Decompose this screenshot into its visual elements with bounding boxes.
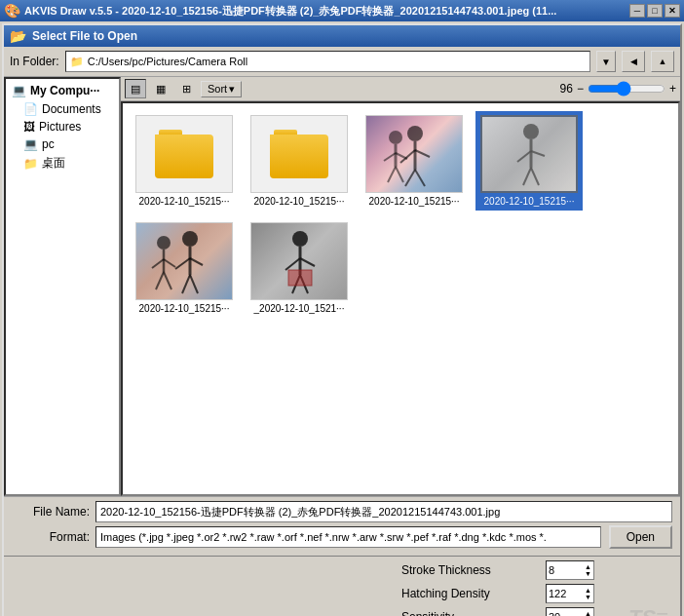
stroke-down-arrow[interactable]: ▼ — [585, 570, 591, 577]
content-right: ▤ ▦ ⊞ Sort ▾ 96 − + — [121, 77, 680, 496]
zoom-plus-icon[interactable]: + — [669, 82, 676, 96]
stroke-up-arrow[interactable]: ▲ — [585, 563, 591, 570]
file-name-label: File Name: — [12, 505, 90, 519]
view-detail-button[interactable]: ▦ — [150, 79, 171, 98]
file-item-photo4[interactable]: _2020-12-10_1521··· — [246, 218, 353, 318]
folder-icon: 📁 — [70, 56, 84, 68]
stroke-spinner[interactable]: 8 ▲ ▼ — [546, 560, 594, 580]
dialog-title-text: Select File to Open — [32, 29, 137, 43]
stroke-row: Stroke Thickness 8 ▲ ▼ — [12, 560, 672, 580]
sidebar-item-documents-label: Documents — [42, 102, 101, 116]
file-thumb-photo1 — [365, 115, 463, 193]
folder-thumb-2 — [270, 130, 328, 178]
svg-line-26 — [152, 259, 164, 268]
sidebar-item-pictures[interactable]: 🖼 Pictures — [8, 118, 117, 135]
sort-button[interactable]: Sort ▾ — [201, 81, 242, 97]
hatching-up-arrow[interactable]: ▲ — [585, 587, 591, 594]
svg-line-9 — [396, 153, 407, 159]
maximize-button[interactable]: □ — [647, 4, 663, 18]
file-name-photo2: 2020-12-10_15215··· — [479, 196, 579, 207]
format-input[interactable] — [95, 526, 601, 548]
sensitivity-up-arrow[interactable]: ▲ — [585, 610, 591, 616]
svg-point-24 — [157, 236, 171, 250]
sidebar-header[interactable]: 💻 My Compu··· — [8, 81, 117, 100]
nav-up-button[interactable]: ▲ — [651, 51, 674, 72]
sidebar: 💻 My Compu··· 📄 Documents 🖼 Pictures 💻 p… — [4, 77, 121, 496]
stroke-label: Stroke Thickness — [401, 563, 538, 577]
sidebar-item-pc[interactable]: 💻 pc — [8, 135, 117, 153]
sensitivity-label: Sensitivity — [401, 610, 538, 616]
zoom-value: 96 — [560, 82, 573, 96]
svg-line-32 — [285, 258, 300, 270]
file-name-photo4: _2020-12-10_1521··· — [249, 303, 349, 314]
view-list-button[interactable]: ▤ — [125, 79, 146, 98]
sidebar-item-desktop[interactable]: 📁 桌面 — [8, 153, 117, 173]
svg-line-29 — [164, 272, 171, 289]
hatching-spinner[interactable]: 122 ▲ ▼ — [546, 584, 594, 603]
hatching-label: Hatching Density — [401, 587, 538, 600]
nav-back-button[interactable]: ◀ — [622, 51, 645, 72]
sidebar-item-pictures-label: Pictures — [39, 120, 81, 134]
documents-icon: 📄 — [23, 102, 38, 116]
file-item-folder1[interactable]: 2020-12-10_15215··· — [131, 111, 238, 211]
file-thumb-folder1 — [135, 115, 233, 193]
svg-line-28 — [156, 272, 164, 289]
sidebar-item-desktop-label: 桌面 — [42, 155, 65, 172]
file-thumb-photo3 — [135, 222, 233, 300]
file-item-photo1[interactable]: 2020-12-10_15215··· — [361, 111, 468, 211]
folder-shape-1 — [155, 135, 213, 178]
svg-line-10 — [388, 167, 396, 182]
svg-line-5 — [415, 170, 425, 186]
svg-point-0 — [407, 126, 423, 141]
open-button[interactable]: Open — [609, 525, 672, 549]
file-grid-container[interactable]: 2020-12-10_15215··· 2020-12-10_15215··· — [121, 101, 680, 496]
zoom-minus-icon[interactable]: − — [577, 82, 584, 96]
folder-shape-2 — [270, 135, 328, 178]
zoom-slider[interactable] — [588, 81, 665, 96]
sort-label: Sort — [208, 83, 227, 95]
file-item-photo3[interactable]: 2020-12-10_15215··· — [131, 218, 238, 318]
svg-line-20 — [175, 258, 190, 269]
svg-line-17 — [531, 168, 539, 185]
close-button[interactable]: ✕ — [665, 4, 680, 18]
title-bar: 🎨 AKVIS Draw v.5.5 - 2020-12-10_152156-迅… — [0, 0, 684, 21]
svg-point-12 — [523, 124, 539, 139]
main-area: 💻 My Compu··· 📄 Documents 🖼 Pictures 💻 p… — [4, 77, 680, 496]
open-file-dialog: 📂 Select File to Open In Folder: 📁 C:/Us… — [2, 23, 682, 616]
svg-line-8 — [384, 153, 396, 161]
title-bar-title: AKVIS Draw v.5.5 - 2020-12-10_152156-迅捷P… — [24, 4, 629, 19]
view-toolbar: ▤ ▦ ⊞ Sort ▾ 96 − + — [121, 77, 680, 101]
dialog-title-bar: 📂 Select File to Open — [4, 25, 680, 47]
pc-icon: 💻 — [23, 137, 38, 151]
zoom-area: 96 − + — [560, 81, 676, 96]
sidebar-item-documents[interactable]: 📄 Documents — [8, 100, 117, 118]
dialog-icon: 📂 — [10, 28, 26, 44]
folder-thumb-1 — [155, 130, 213, 178]
sensitivity-spinner[interactable]: 30 ▲ ▼ — [546, 607, 594, 616]
file-name-folder2: 2020-12-10_15215··· — [249, 196, 349, 207]
hatching-arrows: ▲ ▼ — [585, 587, 591, 600]
folder-toolbar: In Folder: 📁 C:/Users/pc/Pictures/Camera… — [4, 47, 680, 77]
view-thumbnail-button[interactable]: ⊞ — [175, 79, 197, 98]
folder-path-text: C:/Users/pc/Pictures/Camera Roll — [88, 56, 247, 67]
minimize-button[interactable]: ─ — [629, 4, 645, 18]
hatching-value: 122 — [549, 588, 566, 599]
svg-line-33 — [300, 258, 315, 266]
file-thumb-photo2 — [480, 115, 578, 193]
hatching-down-arrow[interactable]: ▼ — [585, 594, 591, 600]
svg-line-16 — [523, 168, 531, 185]
folder-path-display: 📁 C:/Users/pc/Pictures/Camera Roll — [65, 51, 590, 72]
file-name-folder1: 2020-12-10_15215··· — [134, 196, 234, 207]
app-icon: 🎨 — [4, 3, 20, 19]
file-name-input[interactable] — [95, 501, 672, 522]
svg-line-15 — [531, 151, 545, 156]
file-item-folder2[interactable]: 2020-12-10_15215··· — [246, 111, 353, 211]
sidebar-item-pc-label: pc — [42, 137, 55, 151]
folder-dropdown-button[interactable]: ▼ — [596, 51, 616, 72]
svg-line-22 — [182, 275, 190, 293]
svg-line-14 — [517, 151, 531, 162]
svg-point-18 — [182, 231, 198, 247]
file-name-row: File Name: — [12, 501, 672, 522]
folder-label: In Folder: — [10, 55, 59, 68]
file-item-photo2[interactable]: 2020-12-10_15215··· — [475, 111, 583, 211]
